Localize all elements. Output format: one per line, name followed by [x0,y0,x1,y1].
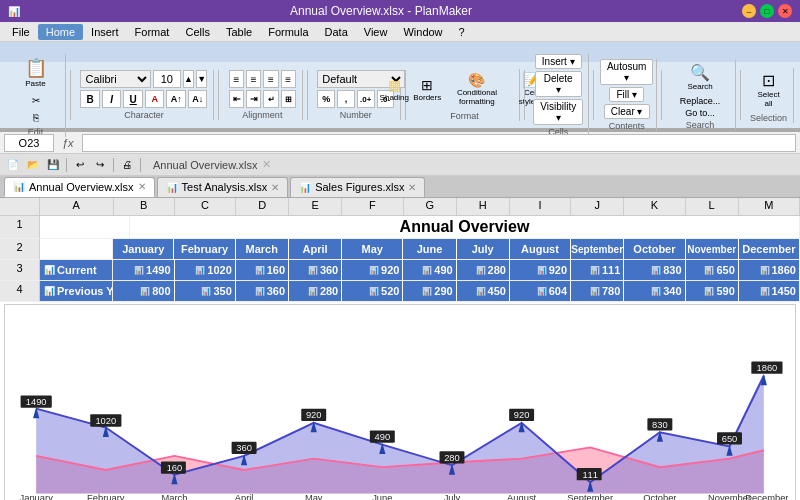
fill-button[interactable]: Fill ▾ [609,87,644,102]
select-all-button[interactable]: ⊡ Select all [750,68,787,111]
header-february[interactable]: February [174,239,235,259]
copy-button[interactable]: ⎘ [27,110,45,125]
menu-data[interactable]: Data [317,24,356,40]
cell-prev-apr[interactable]: 📊280 [289,281,342,301]
cell-prev-aug[interactable]: 📊604 [510,281,571,301]
align-left-button[interactable]: ≡ [229,70,244,88]
file-tab-close-3[interactable]: ✕ [408,182,416,193]
paste-button[interactable]: 📋 Paste [20,54,52,91]
align-justify-button[interactable]: ≡ [281,70,296,88]
replace-link[interactable]: Replace... [680,96,721,106]
cell-prev-feb[interactable]: 📊350 [175,281,236,301]
header-november[interactable]: November [686,239,739,259]
cell-label-current[interactable]: 📊Current [40,260,113,280]
header-august[interactable]: August [510,239,571,259]
font-size-input[interactable] [153,70,181,88]
menu-window[interactable]: Window [395,24,450,40]
align-center-button[interactable]: ≡ [246,70,261,88]
col-header-b[interactable]: B [114,198,175,215]
header-june[interactable]: June [403,239,456,259]
cell-current-apr[interactable]: 📊360 [289,260,342,280]
cell-current-mar[interactable]: 📊160 [236,260,289,280]
cell-current-dec[interactable]: 📊1860 [739,260,800,280]
col-header-l[interactable]: L [686,198,739,215]
menu-format[interactable]: Format [127,24,178,40]
col-header-m[interactable]: M [739,198,800,215]
col-header-k[interactable]: K [624,198,685,215]
cell-prev-mar[interactable]: 📊360 [236,281,289,301]
cell-a1[interactable] [40,216,130,238]
file-tab-close-1[interactable]: ✕ [138,181,146,192]
undo-button[interactable]: ↩ [71,156,89,174]
menu-table[interactable]: Table [218,24,260,40]
font-family-select[interactable]: Calibri [80,70,150,88]
file-tab-sales[interactable]: 📊 Sales Figures.xlsx ✕ [290,177,425,197]
function-button[interactable]: ƒx [58,137,78,149]
delete-cell-button[interactable]: Delete ▾ [535,71,582,97]
search-button[interactable]: 🔍 Search [682,60,717,94]
col-header-i[interactable]: I [510,198,571,215]
header-april[interactable]: April [289,239,342,259]
decrease-font-button[interactable]: A↓ [188,90,208,108]
cell-current-nov[interactable]: 📊650 [686,260,739,280]
autosum-button[interactable]: Autosum ▾ [600,59,653,85]
cell-current-jun[interactable]: 📊490 [403,260,456,280]
file-tab-close-2[interactable]: ✕ [271,182,279,193]
cell-prev-sep[interactable]: 📊780 [571,281,624,301]
col-header-a[interactable]: A [40,198,114,215]
header-march[interactable]: March [236,239,289,259]
font-size-down-button[interactable]: ▼ [196,70,207,88]
menu-help[interactable]: ? [451,24,473,40]
visibility-button[interactable]: Visibility ▾ [533,99,583,125]
header-december[interactable]: December [739,239,800,259]
underline-button[interactable]: U [123,90,143,108]
indent-inc-button[interactable]: ⇥ [246,90,261,108]
goto-link[interactable]: Go to... [685,108,715,118]
indent-dec-button[interactable]: ⇤ [229,90,244,108]
title-cell[interactable]: Annual Overview [130,216,800,238]
menu-file[interactable]: File [4,24,38,40]
increase-font-button[interactable]: A↑ [166,90,186,108]
col-header-c[interactable]: C [175,198,236,215]
merge-cells-button[interactable]: ⊞ [281,90,296,108]
cell-prev-nov[interactable]: 📊590 [686,281,739,301]
maximize-button[interactable]: □ [760,4,774,18]
cell-current-oct[interactable]: 📊830 [624,260,685,280]
header-may[interactable]: May [342,239,403,259]
file-tab-annual[interactable]: 📊 Annual Overview.xlsx ✕ [4,177,155,197]
cell-current-jan[interactable]: 📊1490 [113,260,174,280]
close-button[interactable]: ✕ [778,4,792,18]
col-header-f[interactable]: F [342,198,403,215]
col-header-h[interactable]: H [457,198,510,215]
dec-inc-button[interactable]: .0+ [357,90,375,108]
file-tab-test[interactable]: 📊 Test Analysis.xlsx ✕ [157,177,289,197]
menu-view[interactable]: View [356,24,396,40]
italic-button[interactable]: I [102,90,122,108]
redo-button[interactable]: ↪ [91,156,109,174]
bold-button[interactable]: B [80,90,100,108]
open-button[interactable]: 📂 [24,156,42,174]
minimize-button[interactable]: – [742,4,756,18]
cell-current-may[interactable]: 📊920 [342,260,403,280]
header-july[interactable]: July [457,239,510,259]
header-january[interactable]: January [113,239,174,259]
col-header-e[interactable]: E [289,198,342,215]
menu-formula[interactable]: Formula [260,24,316,40]
new-button[interactable]: 📄 [4,156,22,174]
cell-prev-jan[interactable]: 📊800 [113,281,174,301]
cell-reference-input[interactable] [4,134,54,152]
cell-a2[interactable] [40,239,113,259]
header-september[interactable]: September [571,239,624,259]
col-header-g[interactable]: G [404,198,457,215]
cell-prev-may[interactable]: 📊520 [342,281,403,301]
clear-button[interactable]: Clear ▾ [604,104,650,119]
formula-input[interactable] [82,134,796,152]
font-size-up-button[interactable]: ▲ [183,70,194,88]
borders-button[interactable]: ⊞ Borders [412,74,441,105]
cell-current-jul[interactable]: 📊280 [457,260,510,280]
col-header-d[interactable]: D [236,198,289,215]
cell-prev-jun[interactable]: 📊290 [403,281,456,301]
menu-insert[interactable]: Insert [83,24,127,40]
shading-button[interactable]: ▦ Shading [379,74,409,105]
cut-button[interactable]: ✂ [27,93,45,108]
